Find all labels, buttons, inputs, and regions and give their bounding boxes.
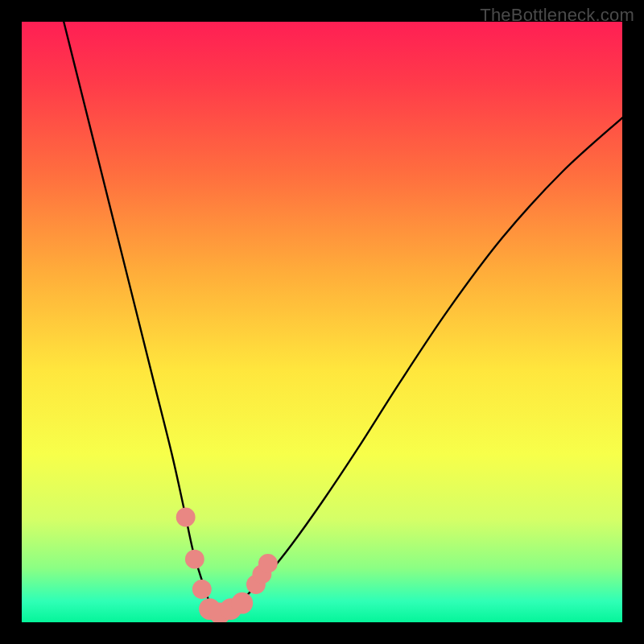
marker-dot <box>192 580 212 599</box>
marker-dot <box>258 554 278 573</box>
marker-dot <box>185 550 204 569</box>
gradient-background <box>22 22 622 622</box>
chart-frame: TheBottleneck.com <box>0 0 644 644</box>
bottleneck-chart-svg <box>22 22 622 622</box>
plot-area <box>22 22 622 622</box>
marker-dot <box>231 592 253 614</box>
marker-dot <box>176 508 196 527</box>
